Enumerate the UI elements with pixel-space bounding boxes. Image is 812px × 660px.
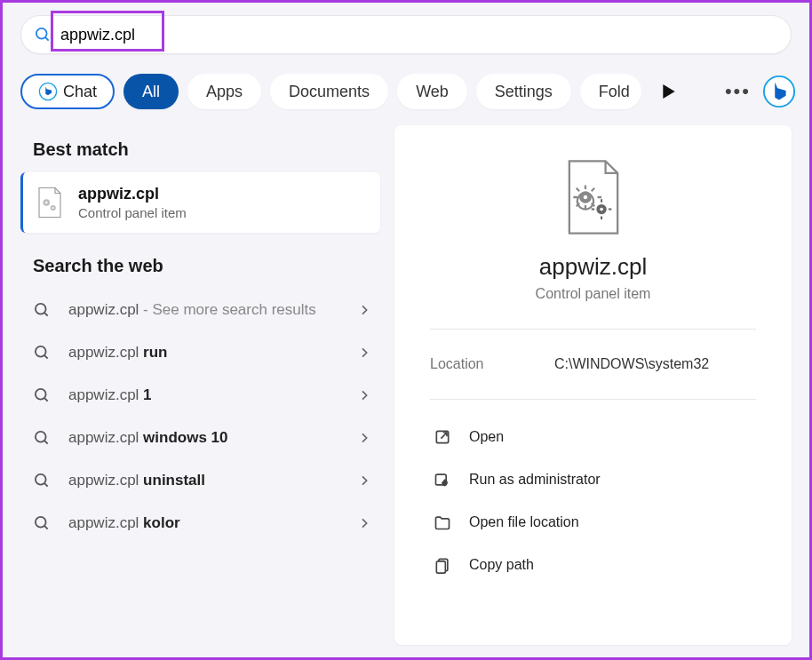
bing-button[interactable]	[761, 74, 797, 109]
action-open-location-label: Open file location	[469, 514, 579, 530]
web-result-text: appwiz.cpl 1	[68, 386, 357, 404]
web-result-item[interactable]: appwiz.cpl run	[20, 331, 380, 374]
svg-point-7	[52, 207, 54, 209]
chevron-right-icon	[357, 431, 371, 445]
shield-admin-icon	[434, 471, 451, 489]
web-result-item[interactable]: appwiz.cpl kolor	[20, 502, 380, 545]
svg-point-14	[36, 432, 46, 442]
filter-documents[interactable]: Documents	[270, 74, 388, 109]
best-match-heading: Best match	[33, 139, 368, 160]
svg-point-16	[36, 474, 46, 485]
action-open[interactable]: Open	[430, 416, 756, 458]
svg-line-15	[44, 441, 47, 444]
location-value: C:\WINDOWS\system32	[554, 356, 709, 372]
bing-icon	[762, 75, 796, 108]
svg-line-11	[44, 355, 47, 359]
scroll-right-button[interactable]	[654, 76, 684, 107]
ellipsis-icon: •••	[725, 80, 751, 102]
search-icon	[34, 26, 52, 44]
web-results-list: appwiz.cpl - See more search results app…	[20, 289, 380, 545]
svg-point-23	[600, 208, 603, 211]
web-result-text: appwiz.cpl uninstall	[68, 472, 357, 489]
chevron-right-icon	[357, 473, 371, 488]
preview-pane: appwiz.cpl Control panel item Location C…	[394, 125, 792, 645]
svg-point-21	[583, 195, 587, 200]
svg-rect-31	[436, 561, 445, 573]
chevron-right-icon	[357, 346, 371, 360]
search-icon	[33, 301, 51, 319]
web-result-text: appwiz.cpl windows 10	[68, 429, 357, 447]
svg-point-0	[36, 28, 47, 39]
cpl-file-icon	[36, 187, 64, 219]
play-right-icon	[663, 84, 675, 99]
web-result-text: appwiz.cpl kolor	[68, 514, 357, 532]
action-open-label: Open	[469, 429, 504, 445]
web-result-item[interactable]: appwiz.cpl - See more search results	[20, 289, 380, 331]
svg-point-8	[36, 304, 46, 314]
copy-icon	[434, 556, 451, 574]
search-web-heading: Search the web	[33, 256, 368, 276]
svg-line-13	[44, 398, 47, 402]
bing-chat-icon	[38, 82, 58, 101]
search-icon	[33, 344, 51, 362]
search-icon	[33, 514, 51, 532]
svg-point-18	[36, 517, 46, 528]
filter-settings[interactable]: Settings	[476, 74, 571, 109]
best-match-title: appwiz.cpl	[78, 185, 187, 203]
preview-subtitle: Control panel item	[430, 286, 756, 302]
divider	[430, 329, 756, 330]
svg-point-10	[36, 346, 46, 357]
svg-line-17	[44, 483, 47, 487]
results-column: Best match appwiz.cpl Control panel item…	[20, 125, 380, 645]
web-result-item[interactable]: appwiz.cpl uninstall	[20, 459, 380, 502]
filter-all[interactable]: All	[123, 74, 179, 109]
chevron-right-icon	[357, 303, 371, 317]
chat-label: Chat	[63, 83, 97, 101]
chat-button[interactable]: Chat	[20, 74, 115, 109]
action-copy-path[interactable]: Copy path	[430, 544, 756, 586]
best-match-subtitle: Control panel item	[78, 205, 187, 220]
filter-apps[interactable]: Apps	[187, 74, 261, 109]
action-copy-path-label: Copy path	[469, 557, 534, 573]
search-icon	[33, 386, 51, 404]
web-result-text: appwiz.cpl - See more search results	[68, 301, 357, 319]
web-result-item[interactable]: appwiz.cpl 1	[20, 374, 380, 417]
action-open-location[interactable]: Open file location	[430, 501, 756, 544]
svg-line-19	[44, 526, 47, 529]
svg-line-9	[44, 313, 47, 316]
svg-point-12	[36, 389, 46, 400]
divider	[430, 399, 756, 400]
action-run-admin-label: Run as administrator	[469, 472, 601, 488]
filter-tab-row: Chat All Apps Documents Web Settings Fol…	[3, 54, 809, 125]
search-icon	[33, 472, 51, 489]
preview-title: appwiz.cpl	[430, 253, 756, 281]
svg-point-5	[45, 202, 48, 204]
action-run-admin[interactable]: Run as administrator	[430, 458, 756, 501]
main-content: Best match appwiz.cpl Control panel item…	[3, 125, 809, 645]
web-result-item[interactable]: appwiz.cpl windows 10	[20, 417, 380, 459]
more-options-button[interactable]: •••	[725, 80, 751, 103]
location-row: Location C:\WINDOWS\system32	[430, 346, 756, 383]
search-input[interactable]	[60, 26, 778, 44]
search-bar[interactable]	[20, 15, 792, 54]
preview-file-icon	[430, 159, 756, 235]
location-label: Location	[430, 356, 554, 372]
filter-web[interactable]: Web	[397, 74, 467, 109]
search-icon	[33, 429, 51, 447]
svg-line-1	[45, 37, 48, 40]
best-match-result[interactable]: appwiz.cpl Control panel item	[20, 172, 380, 233]
chevron-right-icon	[357, 516, 371, 530]
filter-folders[interactable]: Fold	[580, 74, 641, 109]
chevron-right-icon	[357, 388, 371, 402]
web-result-text: appwiz.cpl run	[68, 344, 357, 362]
folder-icon	[434, 513, 451, 531]
open-icon	[434, 428, 451, 446]
